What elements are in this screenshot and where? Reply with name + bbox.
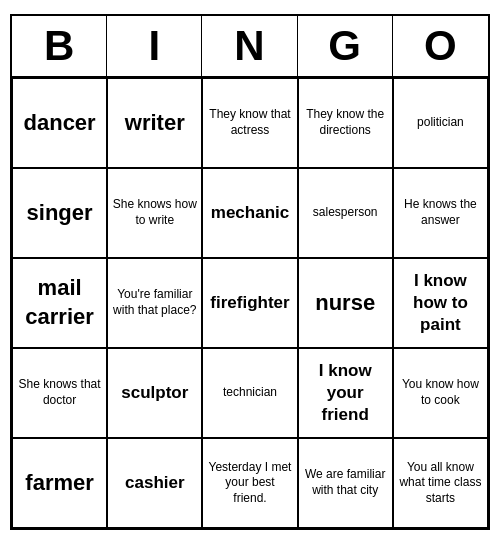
cell-13: nurse <box>298 258 393 348</box>
cell-5: singer <box>12 168 107 258</box>
header-g: G <box>298 16 393 76</box>
cell-3: They know the directions <box>298 78 393 168</box>
cell-0: dancer <box>12 78 107 168</box>
bingo-card: B I N G O dancerwriterThey know that act… <box>10 14 490 530</box>
bingo-header: B I N G O <box>12 16 488 78</box>
header-o: O <box>393 16 488 76</box>
cell-4: politician <box>393 78 488 168</box>
cell-12: firefighter <box>202 258 297 348</box>
cell-18: I know your friend <box>298 348 393 438</box>
cell-8: salesperson <box>298 168 393 258</box>
cell-10: mail carrier <box>12 258 107 348</box>
cell-16: sculptor <box>107 348 202 438</box>
cell-11: You're familiar with that place? <box>107 258 202 348</box>
cell-15: She knows that doctor <box>12 348 107 438</box>
cell-2: They know that actress <box>202 78 297 168</box>
cell-21: cashier <box>107 438 202 528</box>
cell-17: technician <box>202 348 297 438</box>
cell-19: You know how to cook <box>393 348 488 438</box>
bingo-grid: dancerwriterThey know that actressThey k… <box>12 78 488 528</box>
header-n: N <box>202 16 297 76</box>
cell-23: We are familiar with that city <box>298 438 393 528</box>
cell-1: writer <box>107 78 202 168</box>
cell-9: He knows the answer <box>393 168 488 258</box>
cell-22: Yesterday I met your best friend. <box>202 438 297 528</box>
cell-6: She knows how to write <box>107 168 202 258</box>
cell-24: You all know what time class starts <box>393 438 488 528</box>
cell-14: I know how to paint <box>393 258 488 348</box>
cell-20: farmer <box>12 438 107 528</box>
header-b: B <box>12 16 107 76</box>
header-i: I <box>107 16 202 76</box>
cell-7: mechanic <box>202 168 297 258</box>
